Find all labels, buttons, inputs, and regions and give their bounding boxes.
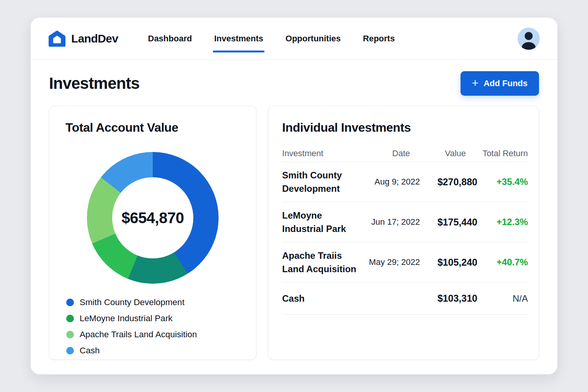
app-window: LandDev Dashboard Investments Opportunit…: [31, 18, 557, 374]
donut-center: $654,870: [112, 177, 193, 258]
add-funds-button[interactable]: + Add Funds: [461, 71, 539, 96]
investment-value: $270,880: [420, 176, 477, 188]
investment-return: +12.3%: [477, 217, 528, 227]
chart-legend: Smith County Development LeMoyne Industr…: [66, 294, 240, 359]
column-header-total-return: Total Return: [477, 149, 528, 158]
investment-date: Aug 9; 2022: [363, 177, 420, 187]
top-navigation-bar: LandDev Dashboard Investments Opportunit…: [31, 18, 557, 60]
legend-dot-green: [66, 315, 74, 322]
table-header-row: Investment Date Value Total Return: [282, 145, 528, 162]
investment-value: $105,240: [420, 257, 477, 268]
investment-return: +40.7%: [477, 257, 528, 268]
column-header-investment: Investment: [282, 149, 363, 158]
page-title: Investments: [49, 74, 139, 93]
nav-tab-reports[interactable]: Reports: [363, 31, 395, 46]
investment-value: $103,310: [420, 293, 477, 304]
nav-tab-opportunities[interactable]: Opportunities: [286, 31, 341, 46]
total-account-value-card: Total Account Value $654,870 Smith Count…: [49, 106, 256, 360]
house-logo-icon: [48, 30, 66, 47]
table-row[interactable]: Smith County Development Aug 9; 2022 $27…: [282, 162, 528, 202]
legend-item-smith-county: Smith County Development: [66, 294, 240, 310]
individual-investments-card: Individual Investments Investment Date V…: [268, 106, 539, 360]
account-card-title: Total Account Value: [65, 119, 240, 136]
total-account-value: $654,870: [122, 209, 184, 227]
nav-tab-investments[interactable]: Investments: [214, 31, 263, 46]
legend-dot-blue: [66, 299, 74, 306]
brand-name: LandDev: [71, 32, 118, 45]
investment-date: May 29; 2022: [363, 257, 420, 267]
investment-name: LeMoyne Industrial Park: [282, 209, 363, 235]
table-row[interactable]: LeMoyne Industrial Park Jun 17; 2022 $17…: [282, 202, 528, 242]
legend-item-cash: Cash: [66, 343, 240, 359]
legend-dot-light-green: [66, 331, 74, 338]
legend-item-apache-trails: Apache Trails Land Acquisition: [66, 327, 240, 343]
investment-name: Cash: [282, 292, 363, 305]
column-header-date: Date: [363, 149, 420, 158]
investment-name: Smith County Development: [282, 168, 363, 195]
allocation-donut-chart: $654,870: [87, 152, 219, 284]
investment-return: N/A: [477, 293, 528, 304]
investment-name: Apache Traiis Land Acquisition: [282, 249, 363, 276]
investment-return: +35.4%: [477, 176, 528, 187]
table-row[interactable]: Cash $103,310 N/A: [282, 283, 528, 315]
add-funds-label: Add Funds: [483, 78, 528, 88]
legend-item-lemoyne: LeMoyne Industrial Park: [66, 310, 240, 327]
investment-date: Jun 17; 2022: [363, 217, 420, 227]
main-nav: Dashboard Investments Opportunities Repo…: [148, 31, 395, 46]
page-content: Investments + Add Funds Total Account Va…: [31, 71, 557, 360]
investment-value: $175,440: [420, 217, 477, 228]
legend-dot-light-blue: [66, 347, 74, 354]
user-avatar[interactable]: [518, 28, 540, 50]
nav-tab-dashboard[interactable]: Dashboard: [148, 31, 192, 46]
column-header-value: Value: [420, 149, 477, 158]
table-row[interactable]: Apache Traiis Land Acquisition May 29; 2…: [282, 242, 528, 283]
person-icon: [518, 28, 540, 50]
plus-icon: +: [472, 77, 479, 89]
investments-card-title: Individual Investments: [282, 119, 528, 136]
brand[interactable]: LandDev: [48, 30, 118, 47]
